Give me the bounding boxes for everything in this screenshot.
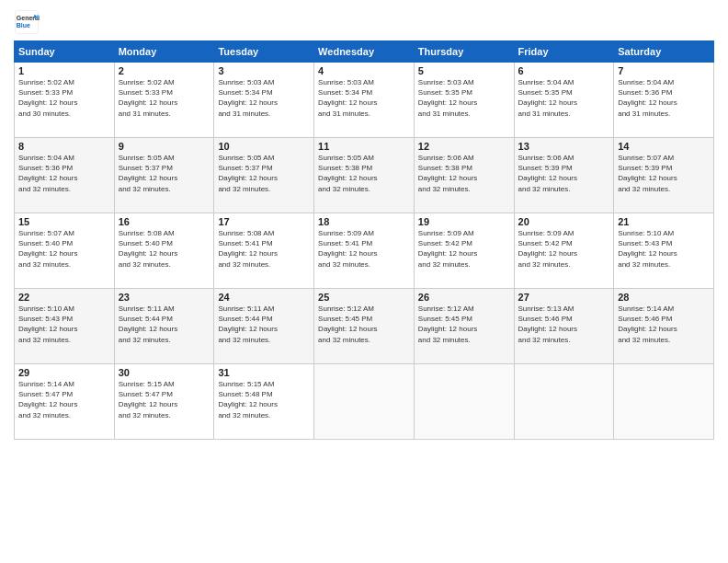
day-info: Sunrise: 5:12 AM Sunset: 5:45 PM Dayligh…: [418, 304, 510, 345]
day-cell: 29Sunrise: 5:14 AM Sunset: 5:47 PM Dayli…: [15, 364, 115, 440]
day-number: 30: [119, 367, 210, 378]
day-info: Sunrise: 5:02 AM Sunset: 5:33 PM Dayligh…: [18, 77, 110, 119]
day-info: Sunrise: 5:09 AM Sunset: 5:42 PM Dayligh…: [418, 228, 510, 270]
day-cell: 10Sunrise: 5:05 AM Sunset: 5:37 PM Dayli…: [214, 138, 314, 213]
svg-text:Blue: Blue: [17, 22, 30, 29]
day-cell: 14Sunrise: 5:07 AM Sunset: 5:39 PM Dayli…: [614, 138, 714, 213]
day-info: Sunrise: 5:08 AM Sunset: 5:41 PM Dayligh…: [218, 228, 310, 270]
day-number: 4: [318, 65, 410, 76]
day-cell: 3Sunrise: 5:03 AM Sunset: 5:34 PM Daylig…: [214, 63, 314, 138]
week-row-2: 8Sunrise: 5:04 AM Sunset: 5:36 PM Daylig…: [15, 138, 714, 213]
col-header-sunday: Sunday: [15, 41, 115, 63]
day-cell: 28Sunrise: 5:14 AM Sunset: 5:46 PM Dayli…: [614, 289, 714, 364]
day-info: Sunrise: 5:10 AM Sunset: 5:43 PM Dayligh…: [18, 304, 110, 345]
col-header-saturday: Saturday: [614, 41, 714, 63]
day-cell: 1Sunrise: 5:02 AM Sunset: 5:33 PM Daylig…: [15, 63, 115, 138]
day-number: 19: [418, 216, 510, 227]
calendar-table: SundayMondayTuesdayWednesdayThursdayFrid…: [14, 40, 714, 440]
day-number: 22: [18, 292, 110, 303]
day-cell: 13Sunrise: 5:06 AM Sunset: 5:39 PM Dayli…: [514, 138, 614, 213]
week-row-5: 29Sunrise: 5:14 AM Sunset: 5:47 PM Dayli…: [15, 364, 714, 440]
day-info: Sunrise: 5:04 AM Sunset: 5:35 PM Dayligh…: [518, 77, 610, 119]
day-cell: 22Sunrise: 5:10 AM Sunset: 5:43 PM Dayli…: [15, 289, 115, 364]
col-header-monday: Monday: [114, 41, 214, 63]
week-row-1: 1Sunrise: 5:02 AM Sunset: 5:33 PM Daylig…: [15, 63, 714, 138]
day-number: 10: [218, 141, 310, 152]
day-info: Sunrise: 5:13 AM Sunset: 5:46 PM Dayligh…: [518, 304, 610, 345]
day-cell: [514, 364, 614, 440]
day-cell: 20Sunrise: 5:09 AM Sunset: 5:42 PM Dayli…: [514, 213, 614, 289]
day-info: Sunrise: 5:06 AM Sunset: 5:38 PM Dayligh…: [418, 153, 510, 194]
day-number: 5: [418, 65, 510, 76]
day-info: Sunrise: 5:05 AM Sunset: 5:37 PM Dayligh…: [119, 153, 210, 194]
day-info: Sunrise: 5:14 AM Sunset: 5:47 PM Dayligh…: [18, 379, 110, 420]
day-info: Sunrise: 5:10 AM Sunset: 5:43 PM Dayligh…: [618, 228, 710, 270]
day-info: Sunrise: 5:07 AM Sunset: 5:39 PM Dayligh…: [618, 153, 710, 194]
header-row: General Blue: [14, 9, 714, 35]
day-info: Sunrise: 5:03 AM Sunset: 5:34 PM Dayligh…: [218, 77, 310, 119]
col-header-friday: Friday: [514, 41, 614, 63]
day-number: 1: [18, 65, 110, 76]
day-info: Sunrise: 5:15 AM Sunset: 5:48 PM Dayligh…: [218, 379, 310, 420]
day-number: 18: [318, 216, 410, 227]
day-cell: 12Sunrise: 5:06 AM Sunset: 5:38 PM Dayli…: [414, 138, 514, 213]
day-number: 12: [418, 141, 510, 152]
day-cell: 24Sunrise: 5:11 AM Sunset: 5:44 PM Dayli…: [214, 289, 314, 364]
day-info: Sunrise: 5:03 AM Sunset: 5:35 PM Dayligh…: [418, 77, 510, 119]
day-cell: 6Sunrise: 5:04 AM Sunset: 5:35 PM Daylig…: [514, 63, 614, 138]
day-number: 27: [518, 292, 610, 303]
day-number: 3: [218, 65, 310, 76]
day-number: 16: [119, 216, 210, 227]
day-number: 28: [618, 292, 710, 303]
day-cell: 5Sunrise: 5:03 AM Sunset: 5:35 PM Daylig…: [414, 63, 514, 138]
day-cell: [314, 364, 415, 440]
calendar-container: General Blue SundayMondayTuesdayWednesda…: [0, 0, 728, 563]
day-info: Sunrise: 5:02 AM Sunset: 5:33 PM Dayligh…: [119, 77, 210, 119]
day-cell: 21Sunrise: 5:10 AM Sunset: 5:43 PM Dayli…: [614, 213, 714, 289]
day-cell: 8Sunrise: 5:04 AM Sunset: 5:36 PM Daylig…: [15, 138, 115, 213]
week-row-4: 22Sunrise: 5:10 AM Sunset: 5:43 PM Dayli…: [15, 289, 714, 364]
day-info: Sunrise: 5:09 AM Sunset: 5:42 PM Dayligh…: [518, 228, 610, 270]
day-number: 7: [618, 65, 710, 76]
day-number: 31: [218, 367, 310, 378]
day-cell: 26Sunrise: 5:12 AM Sunset: 5:45 PM Dayli…: [414, 289, 514, 364]
header-row-days: SundayMondayTuesdayWednesdayThursdayFrid…: [15, 41, 714, 63]
day-cell: 27Sunrise: 5:13 AM Sunset: 5:46 PM Dayli…: [514, 289, 614, 364]
day-cell: [614, 364, 714, 440]
day-info: Sunrise: 5:06 AM Sunset: 5:39 PM Dayligh…: [518, 153, 610, 194]
day-number: 8: [18, 141, 110, 152]
col-header-tuesday: Tuesday: [214, 41, 314, 63]
day-number: 23: [119, 292, 210, 303]
day-cell: 7Sunrise: 5:04 AM Sunset: 5:36 PM Daylig…: [614, 63, 714, 138]
day-number: 6: [518, 65, 610, 76]
day-info: Sunrise: 5:14 AM Sunset: 5:46 PM Dayligh…: [618, 304, 710, 345]
day-cell: 11Sunrise: 5:05 AM Sunset: 5:38 PM Dayli…: [314, 138, 415, 213]
day-info: Sunrise: 5:07 AM Sunset: 5:40 PM Dayligh…: [18, 228, 110, 270]
day-cell: 9Sunrise: 5:05 AM Sunset: 5:37 PM Daylig…: [114, 138, 214, 213]
day-info: Sunrise: 5:12 AM Sunset: 5:45 PM Dayligh…: [318, 304, 410, 345]
day-cell: 4Sunrise: 5:03 AM Sunset: 5:34 PM Daylig…: [314, 63, 415, 138]
day-info: Sunrise: 5:04 AM Sunset: 5:36 PM Dayligh…: [18, 153, 110, 194]
col-header-wednesday: Wednesday: [314, 41, 415, 63]
day-number: 24: [218, 292, 310, 303]
day-cell: 23Sunrise: 5:11 AM Sunset: 5:44 PM Dayli…: [114, 289, 214, 364]
day-cell: 18Sunrise: 5:09 AM Sunset: 5:41 PM Dayli…: [314, 213, 415, 289]
day-info: Sunrise: 5:05 AM Sunset: 5:38 PM Dayligh…: [318, 153, 410, 194]
day-number: 21: [618, 216, 710, 227]
day-cell: 16Sunrise: 5:08 AM Sunset: 5:40 PM Dayli…: [114, 213, 214, 289]
day-cell: 30Sunrise: 5:15 AM Sunset: 5:47 PM Dayli…: [114, 364, 214, 440]
day-cell: 2Sunrise: 5:02 AM Sunset: 5:33 PM Daylig…: [114, 63, 214, 138]
day-cell: 17Sunrise: 5:08 AM Sunset: 5:41 PM Dayli…: [214, 213, 314, 289]
week-row-3: 15Sunrise: 5:07 AM Sunset: 5:40 PM Dayli…: [15, 213, 714, 289]
day-number: 25: [318, 292, 410, 303]
day-cell: 19Sunrise: 5:09 AM Sunset: 5:42 PM Dayli…: [414, 213, 514, 289]
day-cell: 25Sunrise: 5:12 AM Sunset: 5:45 PM Dayli…: [314, 289, 415, 364]
day-number: 17: [218, 216, 310, 227]
logo-icon: General Blue: [14, 9, 40, 35]
day-number: 15: [18, 216, 110, 227]
day-cell: 15Sunrise: 5:07 AM Sunset: 5:40 PM Dayli…: [15, 213, 115, 289]
day-cell: 31Sunrise: 5:15 AM Sunset: 5:48 PM Dayli…: [214, 364, 314, 440]
day-number: 29: [18, 367, 110, 378]
day-number: 2: [119, 65, 210, 76]
day-number: 14: [618, 141, 710, 152]
